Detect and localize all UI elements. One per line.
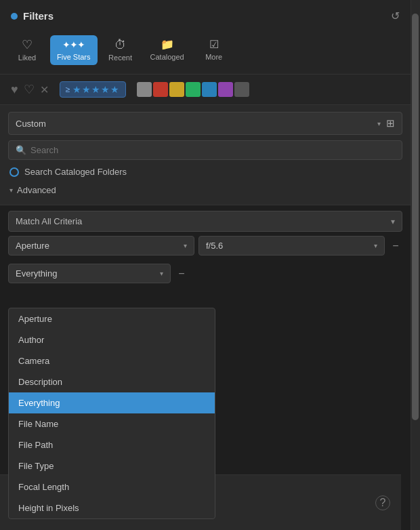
help-icon[interactable]: ? <box>375 495 390 510</box>
cataloged-radio[interactable] <box>9 167 19 177</box>
everything-chevron-icon: ▾ <box>160 270 163 277</box>
search-input[interactable] <box>30 145 395 155</box>
dropdown-item-description[interactable]: Description <box>9 371 215 392</box>
tab-recent-label: Recent <box>108 54 132 62</box>
reset-button[interactable]: ↺ <box>391 9 400 22</box>
cataloged-icon: 📁 <box>161 39 174 50</box>
aperture-value: f/5.6 <box>206 241 223 251</box>
dropdown-item-filetype[interactable]: File Type <box>9 455 215 476</box>
filters-header: Filters ↺ <box>0 0 411 29</box>
dropdown-item-aperture[interactable]: Aperture <box>9 308 215 329</box>
dropdown-item-filename[interactable]: File Name <box>9 413 215 434</box>
custom-label: Custom <box>16 119 46 129</box>
everything-dropdown[interactable]: Everything ▾ <box>8 264 171 283</box>
heart-outline-icon[interactable]: ♡ <box>24 82 35 97</box>
cataloged-label: Search Cataloged Folders <box>24 167 127 177</box>
swatch-green[interactable] <box>186 82 201 97</box>
match-criteria-dropdown[interactable]: Match All Criteria ▾ <box>8 211 402 232</box>
aperture-label: Aperture <box>16 241 49 251</box>
cataloged-row: Search Cataloged Folders <box>8 164 402 180</box>
scrollbar[interactable] <box>411 0 420 530</box>
everything-label: Everything <box>16 268 57 279</box>
tab-cataloged[interactable]: 📁 Cataloged <box>144 35 191 65</box>
dropdown-item-author[interactable]: Author <box>9 329 215 350</box>
swatch-purple[interactable] <box>218 82 233 97</box>
liked-icon: ♡ <box>22 39 33 51</box>
rating-badge[interactable]: ≥ ★★★★★ <box>60 81 127 98</box>
rating-row: ♥ ♡ ✕ ≥ ★★★★★ <box>0 75 411 105</box>
gte-symbol: ≥ <box>66 85 70 94</box>
tab-cataloged-label: Cataloged <box>150 53 184 61</box>
aperture-row: Aperture ▾ f/5.6 ▾ − <box>0 232 411 260</box>
controls-area: Custom ▾ ⊞ 🔍 Search Cataloged Folders ▾ … <box>0 105 411 205</box>
grid-icon[interactable]: ⊞ <box>386 117 395 129</box>
tab-five-stars[interactable]: ✦✦✦ Five Stars <box>50 35 98 65</box>
more-icon: ☑ <box>209 39 219 50</box>
tab-recent[interactable]: ⏱ Recent <box>100 35 141 66</box>
field-dropdown-menu: Aperture Author Camera Description Every… <box>8 308 215 519</box>
swatch-blue[interactable] <box>202 82 217 97</box>
dropdown-item-camera[interactable]: Camera <box>9 350 215 371</box>
dropdown-item-filepath[interactable]: File Path <box>9 434 215 455</box>
dropdown-item-focallength[interactable]: Focal Length <box>9 476 215 497</box>
page-title: Filters <box>23 10 54 22</box>
header-left: Filters <box>11 10 54 22</box>
dropdown-item-everything[interactable]: Everything <box>9 392 215 413</box>
recent-icon: ⏱ <box>114 39 127 51</box>
clear-rating-button[interactable]: ✕ <box>40 83 49 96</box>
aperture-value-dropdown[interactable]: f/5.6 ▾ <box>198 236 385 256</box>
swatch-yellow[interactable] <box>169 82 184 97</box>
tab-liked[interactable]: ♡ Liked <box>7 35 47 66</box>
five-stars-icon: ✦✦✦ <box>62 39 85 50</box>
swatch-dark[interactable] <box>234 82 249 97</box>
tab-five-stars-label: Five Stars <box>57 53 91 61</box>
remove-everything-button[interactable]: − <box>175 268 188 280</box>
filter-tabs: ♡ Liked ✦✦✦ Five Stars ⏱ Recent 📁 Catalo… <box>0 29 411 75</box>
tab-more-label: More <box>205 53 222 61</box>
tab-liked-label: Liked <box>18 54 36 62</box>
status-dot <box>11 13 18 20</box>
everything-row: Everything ▾ − <box>0 260 411 287</box>
match-label: Match All Criteria <box>16 216 82 226</box>
color-swatches <box>137 82 249 97</box>
heart-filled-icon[interactable]: ♥ <box>11 83 18 97</box>
aperture-chevron-icon: ▾ <box>184 242 187 249</box>
custom-dropdown[interactable]: Custom ▾ ⊞ <box>8 112 402 135</box>
swatch-gray[interactable] <box>137 82 152 97</box>
remove-aperture-button[interactable]: − <box>389 240 402 252</box>
advanced-label: Advanced <box>17 185 56 195</box>
custom-chevron-icon: ▾ <box>377 120 381 127</box>
search-icon: 🔍 <box>16 145 26 155</box>
rating-stars: ★★★★★ <box>72 84 120 95</box>
advanced-chevron-icon: ▾ <box>9 186 13 194</box>
dropdown-right: ▾ ⊞ <box>377 117 395 129</box>
aperture-value-chevron-icon: ▾ <box>374 242 377 249</box>
scrollbar-thumb[interactable] <box>412 14 419 420</box>
aperture-dropdown[interactable]: Aperture ▾ <box>8 236 194 256</box>
tab-more[interactable]: ☑ More <box>194 35 234 65</box>
advanced-row[interactable]: ▾ Advanced <box>8 182 402 198</box>
dropdown-item-heightinpixels[interactable]: Height in Pixels <box>9 497 215 518</box>
swatch-red[interactable] <box>153 82 168 97</box>
search-box[interactable]: 🔍 <box>8 140 402 160</box>
match-chevron-icon: ▾ <box>391 217 395 226</box>
